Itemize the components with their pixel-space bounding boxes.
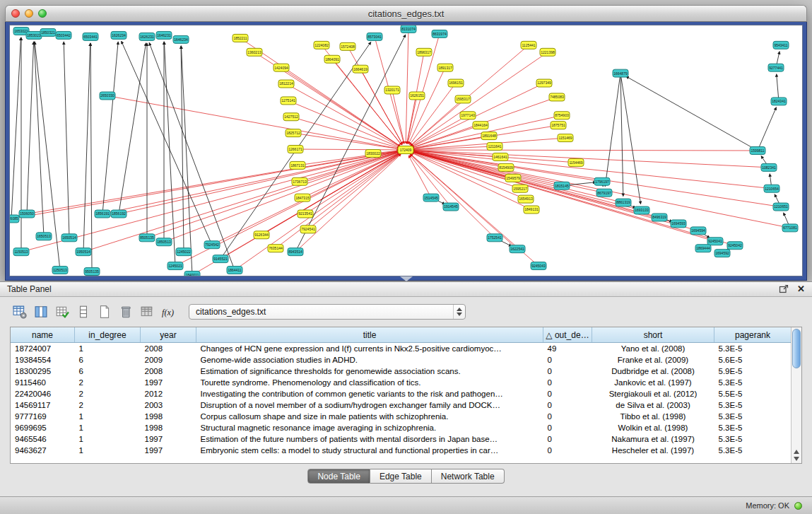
- close-panel-icon[interactable]: ✕: [797, 284, 805, 294]
- table-cell[interactable]: 2: [75, 388, 141, 399]
- graph-node[interactable]: 2526085: [10, 215, 19, 223]
- table-cell[interactable]: de Silva et al. (2003): [592, 399, 714, 411]
- graph-node[interactable]: 1736713: [292, 177, 307, 185]
- float-panel-button[interactable]: [779, 284, 789, 294]
- table-cell[interactable]: 1: [75, 411, 141, 422]
- graph-node[interactable]: 6503441: [83, 33, 98, 40]
- graph-node[interactable]: 1824341: [771, 98, 787, 105]
- graph-node[interactable]: 1626231: [139, 33, 155, 40]
- table-cell[interactable]: 5.3E-5: [714, 343, 792, 355]
- new-column-button[interactable]: [52, 303, 71, 321]
- table-cell[interactable]: 5.6E-5: [714, 354, 792, 366]
- graph-node[interactable]: 1852211: [233, 34, 248, 42]
- function-builder-button[interactable]: f(x): [158, 303, 177, 321]
- table-cell[interactable]: Changes of HCN gene expression and I(f) …: [196, 343, 543, 355]
- graph-node[interactable]: 1950514: [76, 248, 91, 256]
- graph-node[interactable]: 1875751: [551, 122, 566, 129]
- graph-node[interactable]: 1125441: [521, 41, 536, 49]
- table-cell[interactable]: 1: [75, 445, 141, 456]
- close-button[interactable]: [11, 9, 20, 18]
- table-row[interactable]: 1938455462009Genome-wide association stu…: [11, 354, 791, 366]
- table-cell[interactable]: Stergiakouli et al. (2012): [592, 388, 714, 399]
- graph-node[interactable]: 8679197: [596, 189, 612, 197]
- table-cell[interactable]: 0: [543, 354, 592, 366]
- graph-node[interactable]: 1514545: [423, 194, 439, 201]
- graph-node[interactable]: 1856192: [111, 210, 126, 218]
- graph-node[interactable]: 9245042: [727, 242, 743, 250]
- table-cell[interactable]: 9115460: [11, 377, 75, 388]
- table-cell[interactable]: 5.3E-5: [714, 422, 792, 433]
- graph-node[interactable]: 1297349: [536, 79, 552, 87]
- table-cell[interactable]: 1: [75, 343, 141, 355]
- table-cell[interactable]: Franke et al. (2009): [592, 354, 714, 366]
- table-cell[interactable]: 0: [543, 433, 592, 445]
- scrollbar-thumb[interactable]: [792, 329, 801, 368]
- column-header-in_degree[interactable]: in_degree: [75, 327, 141, 343]
- graph-node[interactable]: 8154909: [498, 163, 514, 171]
- graph-node[interactable]: 172409: [398, 146, 413, 154]
- graph-node[interactable]: 1664879: [613, 69, 628, 77]
- tab-network-table[interactable]: Network Table: [432, 469, 505, 484]
- graph-node[interactable]: 1650513: [36, 233, 52, 240]
- graph-node[interactable]: 1646234: [173, 35, 189, 43]
- graph-node[interactable]: 7924541: [300, 226, 316, 233]
- table-cell[interactable]: 0: [543, 399, 592, 411]
- table-cell[interactable]: 19384554: [11, 354, 75, 366]
- table-cell[interactable]: 2: [75, 377, 141, 388]
- table-cell[interactable]: 2003: [141, 399, 196, 411]
- table-cell[interactable]: 5.5E-5: [714, 388, 792, 399]
- graph-node[interactable]: 1847315: [295, 194, 310, 201]
- table-cell[interactable]: 5.3E-5: [714, 445, 792, 456]
- graph-node[interactable]: 9126344: [254, 231, 269, 239]
- graph-node[interactable]: 1245022: [176, 248, 192, 256]
- table-row[interactable]: 1872400712008Changes of HCN gene express…: [11, 343, 791, 355]
- table-cell[interactable]: 0: [543, 388, 592, 399]
- table-cell[interactable]: 2012: [141, 388, 196, 399]
- graph-node[interactable]: 1595217: [512, 185, 528, 192]
- table-row[interactable]: 1456911722003Disruption of a novel membe…: [11, 399, 791, 411]
- table-cell[interactable]: 14569117: [11, 399, 75, 411]
- graph-node[interactable]: 1626234: [111, 31, 126, 39]
- graph-node[interactable]: 1853021: [26, 31, 42, 39]
- table-cell[interactable]: 0: [543, 422, 592, 433]
- column-header-title[interactable]: title: [196, 327, 543, 343]
- graph-node[interactable]: 1646231: [156, 31, 172, 39]
- graph-node[interactable]: 1694593: [671, 220, 686, 228]
- graph-node[interactable]: 6771081: [782, 224, 798, 232]
- table-cell[interactable]: Dudbridge et al. (2008): [592, 366, 714, 377]
- graph-node[interactable]: 1812214: [278, 80, 294, 88]
- graph-node[interactable]: 1626151: [409, 92, 425, 100]
- table-cell[interactable]: Tibbo et al. (1998): [592, 411, 714, 422]
- graph-node[interactable]: 1844164: [473, 122, 488, 129]
- graph-node[interactable]: 1211641: [487, 143, 502, 151]
- table-cell[interactable]: Investigating the contribution of common…: [196, 388, 543, 399]
- graph-node[interactable]: 2650330: [100, 92, 115, 100]
- graph-node[interactable]: 8573041: [367, 33, 382, 40]
- table-cell[interactable]: 22420046: [11, 388, 75, 399]
- graph-node[interactable]: 1693133: [634, 206, 649, 214]
- graph-node[interactable]: 1549579: [505, 174, 521, 182]
- graph-node[interactable]: 1840011: [184, 271, 200, 276]
- table-cell[interactable]: 1997: [141, 445, 196, 456]
- window-titlebar[interactable]: citations_edges.txt: [5, 5, 807, 22]
- show-columns-button[interactable]: [31, 303, 50, 321]
- graph-node[interactable]: 8505135: [139, 234, 155, 242]
- graph-node[interactable]: 1595317: [455, 95, 471, 103]
- table-cell[interactable]: 5.3E-5: [714, 399, 792, 411]
- trash-button[interactable]: [116, 303, 135, 321]
- table-cell[interactable]: 49: [543, 343, 592, 355]
- table-cell[interactable]: 0: [543, 366, 592, 377]
- graph-node[interactable]: 1650514: [61, 234, 77, 242]
- table-cell[interactable]: 1: [75, 422, 141, 433]
- graph-node[interactable]: 1869444: [695, 245, 711, 252]
- table-cell[interactable]: 6: [75, 366, 141, 377]
- graph-node[interactable]: 9245041: [707, 238, 723, 245]
- scroll-up-icon[interactable]: [794, 450, 799, 454]
- graph-node[interactable]: 8754903: [554, 112, 570, 119]
- table-cell[interactable]: 1997: [141, 433, 196, 445]
- graph-node[interactable]: 1867131: [290, 161, 305, 169]
- zoom-button[interactable]: [38, 9, 47, 18]
- table-cell[interactable]: 6: [75, 354, 141, 366]
- table-cell[interactable]: Embryonic stem cells: a model to study s…: [196, 445, 543, 456]
- graph-node[interactable]: 7485083: [549, 93, 565, 101]
